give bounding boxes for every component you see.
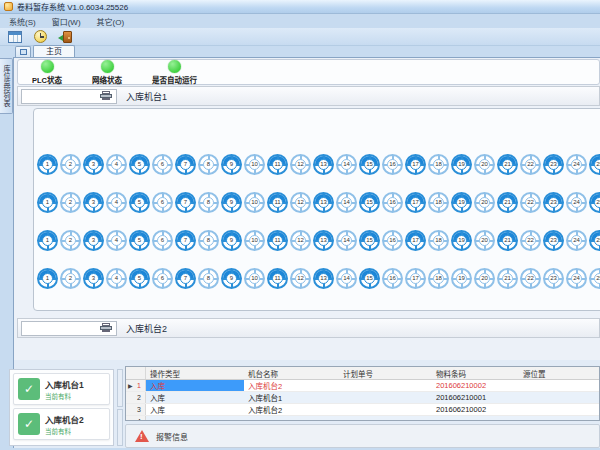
- roll-slot[interactable]: 6: [152, 192, 173, 213]
- table-row[interactable]: ▶1入库入库机台2201606210002: [126, 380, 599, 392]
- roll-slot[interactable]: 11: [267, 230, 288, 251]
- table-row[interactable]: 2入库入库机台1201606210001: [126, 392, 599, 404]
- roll-slot[interactable]: 24: [566, 154, 587, 175]
- roll-slot[interactable]: 25: [589, 230, 600, 251]
- roll-slot[interactable]: 16: [382, 268, 403, 289]
- column-header[interactable]: 机台名称: [244, 367, 339, 379]
- splitter[interactable]: [117, 369, 123, 446]
- roll-slot[interactable]: 9: [221, 154, 242, 175]
- calendar-button[interactable]: [7, 29, 23, 45]
- roll-slot[interactable]: 5: [129, 230, 150, 251]
- roll-slot[interactable]: 17: [405, 192, 426, 213]
- roll-slot[interactable]: 13: [313, 230, 334, 251]
- roll-slot[interactable]: 8: [198, 154, 219, 175]
- table-cell[interactable]: 201606210001: [432, 392, 519, 403]
- table-cell[interactable]: [519, 404, 599, 415]
- table-cell[interactable]: 入库机台2: [244, 380, 339, 391]
- station-card[interactable]: ✓入库机台2当前有料: [13, 408, 110, 440]
- roll-slot[interactable]: 5: [129, 192, 150, 213]
- table-cell[interactable]: 入库: [146, 404, 244, 415]
- roll-slot[interactable]: 8: [198, 268, 219, 289]
- roll-slot[interactable]: 13: [313, 192, 334, 213]
- roll-slot[interactable]: 11: [267, 268, 288, 289]
- table-cell[interactable]: [339, 404, 432, 415]
- roll-slot[interactable]: 12: [290, 192, 311, 213]
- roll-slot[interactable]: 10: [244, 154, 265, 175]
- roll-slot[interactable]: 21: [497, 230, 518, 251]
- roll-slot[interactable]: 3: [83, 154, 104, 175]
- roll-slot[interactable]: 18: [428, 268, 449, 289]
- roll-slot[interactable]: 15: [359, 268, 380, 289]
- roll-slot[interactable]: 14: [336, 230, 357, 251]
- roll-slot[interactable]: 25: [589, 268, 600, 289]
- roll-slot[interactable]: 16: [382, 192, 403, 213]
- table-cell[interactable]: 201606210002: [432, 380, 519, 391]
- table-cell[interactable]: [519, 392, 599, 403]
- roll-slot[interactable]: 21: [497, 192, 518, 213]
- table-cell[interactable]: [519, 380, 599, 391]
- roll-slot[interactable]: 22: [520, 154, 541, 175]
- roll-slot[interactable]: 10: [244, 192, 265, 213]
- table-cell[interactable]: 入库机台1: [244, 392, 339, 403]
- table-cell[interactable]: 201606210002: [432, 404, 519, 415]
- roll-slot[interactable]: 4: [106, 192, 127, 213]
- roll-slot[interactable]: 8: [198, 230, 219, 251]
- roll-slot[interactable]: 7: [175, 268, 196, 289]
- clock-button[interactable]: [32, 29, 48, 45]
- column-header[interactable]: 物料条码: [432, 367, 519, 379]
- roll-slot[interactable]: 2: [60, 192, 81, 213]
- roll-slot[interactable]: 25: [589, 154, 600, 175]
- roll-slot[interactable]: 13: [313, 268, 334, 289]
- roll-slot[interactable]: 13: [313, 154, 334, 175]
- roll-slot[interactable]: 24: [566, 192, 587, 213]
- menu-item[interactable]: 其它(O): [97, 16, 125, 27]
- roll-slot[interactable]: 1: [37, 230, 58, 251]
- print-button-station1[interactable]: [21, 89, 117, 104]
- roll-slot[interactable]: 7: [175, 154, 196, 175]
- roll-slot[interactable]: 15: [359, 192, 380, 213]
- roll-slot[interactable]: 3: [83, 230, 104, 251]
- roll-slot[interactable]: 11: [267, 154, 288, 175]
- collapsed-tab[interactable]: [15, 46, 31, 57]
- roll-slot[interactable]: 4: [106, 154, 127, 175]
- roll-slot[interactable]: 12: [290, 268, 311, 289]
- roll-slot[interactable]: 24: [566, 268, 587, 289]
- roll-slot[interactable]: 21: [497, 154, 518, 175]
- roll-slot[interactable]: 18: [428, 154, 449, 175]
- roll-slot[interactable]: 2: [60, 268, 81, 289]
- roll-slot[interactable]: 23: [543, 192, 564, 213]
- roll-slot[interactable]: 14: [336, 268, 357, 289]
- table-cell[interactable]: 入库机台2: [244, 404, 339, 415]
- roll-slot[interactable]: 16: [382, 230, 403, 251]
- roll-slot[interactable]: 20: [474, 154, 495, 175]
- roll-slot[interactable]: 22: [520, 192, 541, 213]
- roll-slot[interactable]: 4: [106, 230, 127, 251]
- roll-slot[interactable]: 16: [382, 154, 403, 175]
- roll-slot[interactable]: 3: [83, 268, 104, 289]
- roll-slot[interactable]: 24: [566, 230, 587, 251]
- roll-slot[interactable]: 17: [405, 154, 426, 175]
- roll-slot[interactable]: 9: [221, 192, 242, 213]
- roll-slot[interactable]: 17: [405, 230, 426, 251]
- roll-slot[interactable]: 9: [221, 268, 242, 289]
- roll-slot[interactable]: 18: [428, 230, 449, 251]
- roll-slot[interactable]: 14: [336, 154, 357, 175]
- table-cell[interactable]: [244, 416, 339, 421]
- roll-slot[interactable]: 3: [83, 192, 104, 213]
- roll-slot[interactable]: 10: [244, 268, 265, 289]
- roll-slot[interactable]: 4: [106, 268, 127, 289]
- roll-slot[interactable]: 5: [129, 154, 150, 175]
- table-cell[interactable]: [146, 416, 244, 421]
- side-dock-tab[interactable]: 库位监控列表: [0, 58, 13, 114]
- table-cell[interactable]: 入库: [146, 380, 244, 391]
- roll-slot[interactable]: 22: [520, 230, 541, 251]
- roll-slot[interactable]: 23: [543, 230, 564, 251]
- roll-slot[interactable]: 20: [474, 192, 495, 213]
- roll-slot[interactable]: 1: [37, 192, 58, 213]
- roll-slot[interactable]: 19: [451, 192, 472, 213]
- roll-slot[interactable]: 10: [244, 230, 265, 251]
- roll-slot[interactable]: 6: [152, 230, 173, 251]
- table-cell[interactable]: [339, 416, 432, 421]
- table-row[interactable]: 4: [126, 416, 599, 421]
- roll-slot[interactable]: 6: [152, 268, 173, 289]
